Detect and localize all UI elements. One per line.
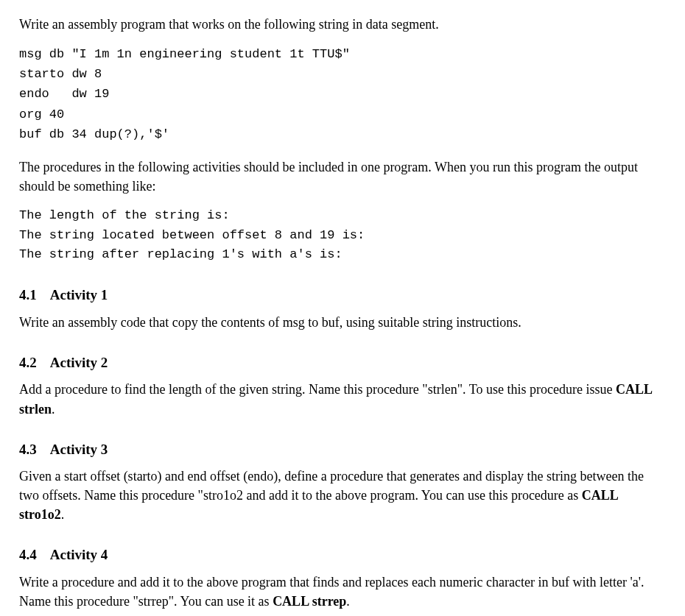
section-title: Activity 3 [50,442,108,457]
section-body: Write an assembly code that copy the con… [19,313,666,332]
section-heading-4-1: 4.1Activity 1 [19,285,666,305]
body-text: . [61,507,65,522]
call-strrep: CALL strrep [273,594,346,609]
section-number: 4.4 [19,547,37,562]
code-line: org 40 [19,107,64,121]
section-number: 4.3 [19,442,37,457]
section-heading-4-2: 4.2Activity 2 [19,353,666,373]
body-text: . [346,594,350,609]
output-line: The length of the string is: [19,208,230,222]
section-body: Add a procedure to find the length of th… [19,380,666,418]
section-number: 4.2 [19,355,37,370]
expected-output: The length of the string is: The string … [19,206,666,264]
section-body: Write a procedure and add it to the abov… [19,573,666,611]
code-line: buf db 34 dup(?),'$' [19,127,169,141]
section-heading-4-3: 4.3Activity 3 [19,439,666,460]
intro-paragraph: Write an assembly program that works on … [19,15,666,34]
body-text: Given a start offset (starto) and end of… [19,469,644,503]
instructions-paragraph: The procedures in the following activiti… [19,157,666,196]
body-text: Add a procedure to find the length of th… [19,382,616,397]
code-line: starto dw 8 [19,67,102,81]
section-heading-4-4: 4.4Activity 4 [19,545,666,565]
body-text: . [52,402,55,417]
section-title: Activity 4 [50,547,108,562]
output-line: The string after replacing 1's with a's … [19,247,342,261]
code-line: msg db "I 1m 1n engineering student 1t T… [19,47,350,61]
section-number: 4.1 [19,287,37,302]
output-line: The string located between offset 8 and … [19,228,365,242]
section-title: Activity 1 [50,287,108,302]
section-body: Given a start offset (starto) and end of… [19,467,666,524]
code-line: endo dw 19 [19,87,109,101]
data-segment-code: msg db "I 1m 1n engineering student 1t T… [19,44,666,144]
section-title: Activity 2 [50,355,108,370]
